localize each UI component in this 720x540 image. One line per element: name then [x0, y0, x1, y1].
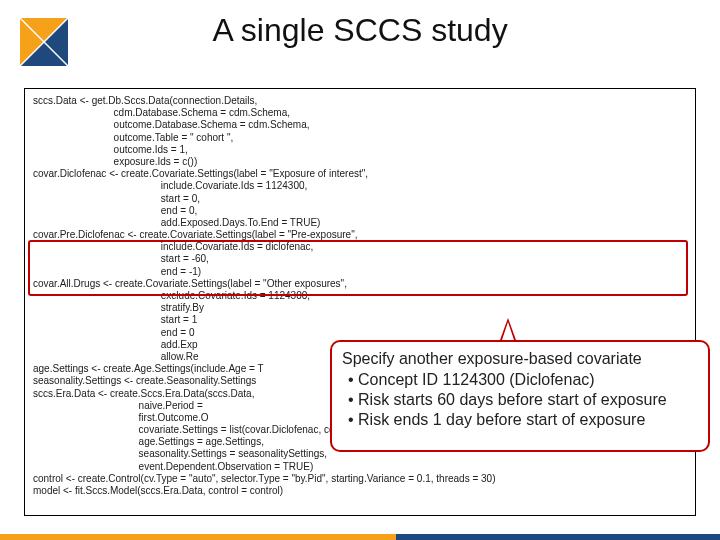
callout-bullet: Risk ends 1 day before start of exposure: [348, 410, 698, 430]
callout-bullet: Risk starts 60 days before start of expo…: [348, 390, 698, 410]
callout-tail-inner: [502, 322, 514, 340]
title-zone: A single SCCS study: [0, 12, 720, 49]
callout-list: Concept ID 1124300 (Diclofenac) Risk sta…: [342, 370, 698, 430]
callout-bullet: Concept ID 1124300 (Diclofenac): [348, 370, 698, 390]
slide: A single SCCS study sccs.Data <- get.Db.…: [0, 0, 720, 540]
callout: Specify another exposure-based covariate…: [330, 340, 710, 452]
footer-accent-bar: [0, 534, 720, 540]
slide-title: A single SCCS study: [0, 12, 720, 49]
callout-lead: Specify another exposure-based covariate: [342, 350, 698, 368]
